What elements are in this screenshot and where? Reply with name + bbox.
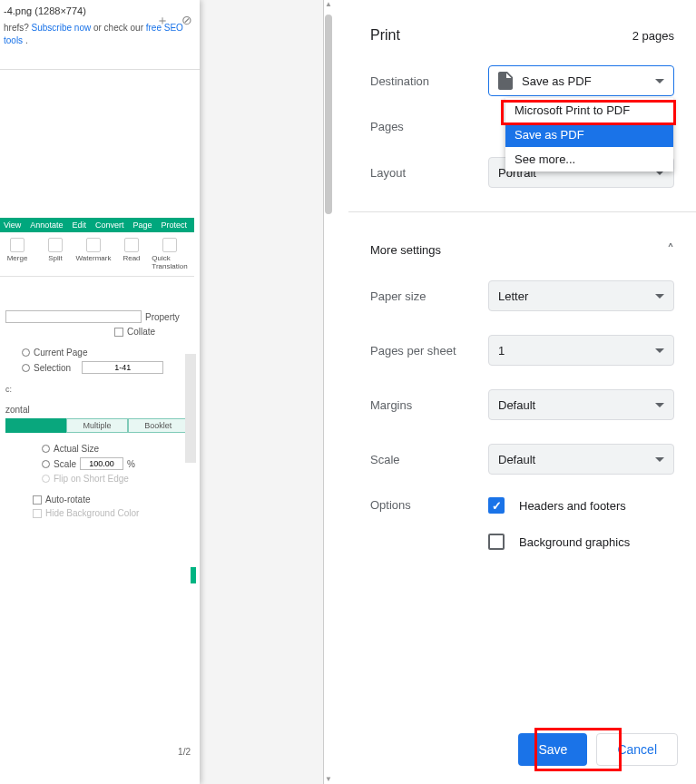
cancel-button[interactable]: Cancel (596, 733, 678, 766)
menu-view: View (4, 220, 21, 230)
actual-size-label: Actual Size (54, 444, 99, 454)
pages-per-sheet-select[interactable]: 1 (488, 335, 674, 366)
more-settings-label: More settings (370, 243, 441, 257)
selection-range (82, 361, 163, 374)
label-destination: Destination (370, 74, 488, 88)
layout-multiple: Multiple (66, 418, 127, 433)
menu-protect: Protect (161, 220, 187, 230)
margins-select[interactable]: Default (488, 389, 674, 420)
collate-checkbox (114, 328, 123, 337)
radio-actual (42, 445, 50, 453)
save-button[interactable]: Save (518, 733, 587, 766)
preview-accent-bar (191, 567, 196, 583)
chk-auto-rotate (33, 495, 42, 505)
label-options: Options (370, 498, 488, 512)
property-label: Property (145, 312, 180, 322)
preview-text: . (25, 35, 28, 45)
checkbox-background-graphics[interactable] (488, 534, 505, 550)
btn-split: Split (40, 238, 71, 270)
preview-page-number: 1/2 (178, 747, 191, 757)
chk-hide-bg (33, 509, 42, 518)
label-scale: Scale (370, 453, 488, 466)
btn-quick: Quick Translation (154, 238, 185, 270)
btn-quick-lbl: Quick Translation (152, 254, 187, 270)
btn-merge: Merge (2, 238, 33, 270)
current-page-label: Current Page (34, 348, 87, 358)
label-margins: Margins (370, 398, 488, 412)
scale-label: Scale (54, 459, 76, 469)
pages-per-sheet-value: 1 (498, 344, 655, 358)
label-layout: Layout (370, 166, 488, 180)
paper-size-select[interactable]: Letter (488, 280, 674, 311)
preview-scroll-hint (185, 354, 196, 463)
btn-split-lbl: Split (48, 254, 63, 262)
preview-pdf-buttons: Merge Split Watermark Read Quick Transla… (0, 232, 194, 277)
chevron-up-icon: ˄ (667, 241, 674, 259)
page-count: 2 pages (632, 29, 674, 43)
print-title: Print (370, 27, 400, 44)
block-icon[interactable]: ⊘ (181, 13, 192, 29)
label-pages-per-sheet: Pages per sheet (370, 344, 488, 358)
radio-scale (42, 460, 50, 468)
dest-option-saveaspdf[interactable]: Save as PDF (505, 122, 673, 147)
destination-dropdown: Microsoft Print to PDF Save as PDF See m… (505, 98, 673, 172)
label-pages: Pages (370, 120, 488, 133)
more-settings-toggle[interactable]: More settings ˄ (348, 229, 696, 271)
chevron-down-icon (655, 457, 664, 462)
radio-flip (42, 475, 50, 483)
paper-size-value: Letter (498, 289, 655, 303)
scale-value (80, 457, 123, 470)
layout-toggle: Multiple Booklet (5, 418, 189, 433)
btn-read-lbl: Read (123, 254, 140, 262)
margins-value: Default (498, 398, 655, 412)
scroll-thumb[interactable] (325, 15, 332, 214)
scale-value: Default (498, 453, 655, 466)
print-preview-area: -4.png (1288×774) hrefs? Subscribe now o… (0, 0, 324, 784)
btn-watermark: Watermark (78, 238, 109, 270)
btn-read: Read (116, 238, 147, 270)
menu-convert: Convert (95, 220, 124, 230)
option-background-graphics: Background graphics (519, 535, 630, 549)
destination-select[interactable]: Save as PDF Microsoft Print to PDF Save … (488, 65, 674, 96)
menu-edit: Edit (72, 220, 86, 230)
plus-icon[interactable]: ＋ (156, 13, 169, 29)
collate-label: Collate (127, 327, 155, 337)
flip-label: Flip on Short Edge (54, 474, 129, 484)
preview-text: hrefs? (4, 23, 32, 33)
dest-option-msprint[interactable]: Microsoft Print to PDF (505, 98, 673, 122)
selection-label: Selection (34, 363, 71, 373)
scale-select[interactable]: Default (488, 444, 674, 475)
menu-page: Page (132, 220, 152, 230)
chevron-down-icon (655, 79, 664, 83)
hide-bg-label: Hide Background Color (45, 508, 139, 518)
label-paper-size: Paper size (370, 289, 488, 303)
subscribe-link[interactable]: Subscribe now (32, 23, 92, 33)
radio-selection (22, 364, 30, 372)
preview-page: -4.png (1288×774) hrefs? Subscribe now o… (0, 0, 200, 784)
preview-dropdown (5, 310, 142, 323)
chevron-down-icon (655, 403, 664, 407)
scroll-down-icon[interactable]: ▼ (324, 775, 333, 784)
menu-annotate: Annotate (30, 220, 63, 230)
chevron-down-icon (655, 348, 664, 353)
divider (0, 69, 200, 70)
btn-watermark-lbl: Watermark (76, 254, 112, 262)
btn-merge-lbl: Merge (7, 254, 28, 262)
orientation-label: zontal (5, 405, 189, 415)
layout-single (5, 418, 66, 433)
layout-booklet: Booklet (128, 418, 189, 433)
scroll-up-icon[interactable]: ▲ (324, 0, 333, 9)
pdf-icon (498, 72, 513, 90)
preview-pdf-menubar: View Annotate Edit Convert Page Protect (0, 218, 194, 232)
preview-properties: Property Collate Current Page Selection … (0, 303, 194, 525)
chevron-down-icon (655, 294, 664, 299)
destination-value: Save as PDF (522, 74, 655, 88)
dest-option-seemore[interactable]: See more... (505, 147, 673, 172)
preview-pdf-toolbar: View Annotate Edit Convert Page Protect … (0, 218, 194, 277)
radio-current-page (22, 348, 30, 357)
auto-rotate-label: Auto-rotate (45, 495, 90, 505)
preview-scrollbar[interactable]: ▲ ▼ (324, 0, 333, 784)
print-panel: Print 2 pages Destination Save as PDF Mi… (348, 0, 696, 784)
pct-label: % (127, 459, 135, 469)
preview-text: or check our (93, 23, 146, 33)
